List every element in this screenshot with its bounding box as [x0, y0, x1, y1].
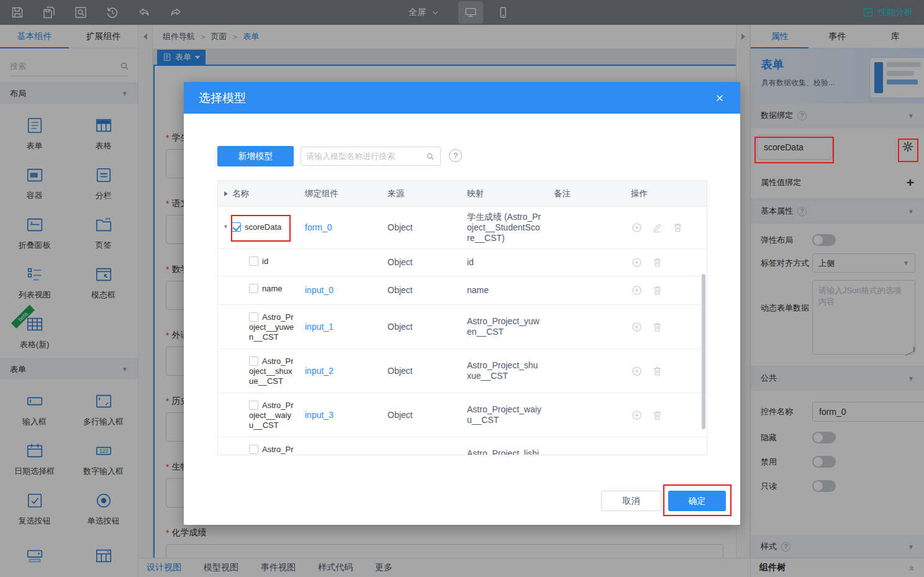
mapping-cell: id [461, 249, 548, 276]
model-name-cell: Astro_Project__waiyu__CST [218, 393, 299, 437]
model-name-cell: name [218, 276, 299, 304]
model-name-cell: Astro_Project__shuxue__CST [218, 349, 299, 393]
component-link[interactable]: input_1 [305, 322, 333, 332]
bound-component-cell: input_0 [299, 276, 381, 304]
trash-icon[interactable] [651, 409, 663, 421]
trash-icon[interactable] [672, 222, 684, 234]
add-model-button[interactable]: 新增模型 [217, 146, 294, 166]
plus-circle-icon[interactable] [631, 257, 643, 268]
plus-circle-icon[interactable] [631, 321, 643, 333]
plus-circle-icon[interactable] [631, 453, 643, 456]
model-table: 名称绑定组件来源映射备注操作 ▼scoreDataform_0Object学生成… [217, 180, 707, 455]
row-actions-cell [625, 207, 707, 248]
search-icon [425, 152, 435, 161]
model-name-text: name [262, 284, 283, 293]
dialog-body: 新增模型 ? 名称绑定组件来源映射备注操作 ▼scoreDataform_0Ob… [184, 114, 740, 525]
model-table-row: Astro_Project__yuwen__CSTinput_1ObjectAs… [218, 305, 707, 349]
source-cell: Object [381, 249, 461, 276]
column-header-label: 名称 [232, 188, 249, 199]
component-link[interactable]: input_2 [305, 366, 333, 376]
source-cell: Object [381, 437, 461, 455]
column-header-label: 来源 [387, 188, 404, 199]
plus-circle-icon[interactable] [631, 409, 643, 421]
source-cell: Object [381, 276, 461, 304]
plus-circle-icon[interactable] [631, 284, 643, 296]
plus-circle-icon[interactable] [631, 222, 643, 234]
mapping-cell: Astro_Project_waiyu__CST [461, 393, 548, 437]
remark-cell [548, 207, 625, 248]
app-screen: 全屏 性能分析 基本组件 扩展组件 布局▼表单表格容器分栏折叠面板页签列表视图模… [0, 0, 924, 577]
plus-circle-icon[interactable] [631, 365, 643, 377]
column-header-映射: 映射 [461, 181, 548, 206]
close-icon[interactable] [714, 93, 725, 104]
column-header-操作: 操作 [625, 181, 707, 206]
model-search-input[interactable] [306, 152, 425, 161]
confirm-button[interactable]: 确定 [668, 491, 726, 511]
column-header-来源: 来源 [381, 181, 461, 206]
model-table-row: Astro_Project__lishi__CSTinput_4ObjectAs… [218, 437, 707, 455]
column-header-label: 绑定组件 [305, 188, 338, 199]
bound-component-cell: input_3 [299, 393, 381, 437]
row-actions-cell [625, 305, 707, 348]
mapping-cell: 学生成绩 (Astro_Project__StudentScore__CST) [461, 207, 548, 248]
trash-icon[interactable] [651, 257, 663, 268]
pencil-icon[interactable] [651, 222, 663, 234]
column-header-备注: 备注 [548, 181, 625, 206]
model-search [301, 147, 441, 166]
model-name-text: id [262, 257, 268, 266]
model-checkbox[interactable] [249, 257, 258, 266]
model-checkbox[interactable] [249, 357, 258, 366]
model-table-header-row: 名称绑定组件来源映射备注操作 [218, 181, 707, 207]
source-cell: Object [381, 393, 461, 437]
component-link[interactable]: input_4 [305, 454, 333, 456]
mapping-cell: Astro_Project_lishi_ [461, 437, 548, 455]
cancel-button[interactable]: 取消 [601, 491, 661, 511]
model-name-text: scoreData [245, 222, 281, 232]
row-actions-cell [625, 437, 707, 455]
column-header-label: 映射 [467, 188, 484, 199]
trash-icon[interactable] [651, 453, 663, 456]
model-name-cell: id [218, 249, 299, 276]
bound-component-cell: input_1 [299, 305, 381, 348]
model-checkbox[interactable] [249, 312, 258, 322]
component-link[interactable]: input_3 [305, 410, 333, 420]
mapping-cell: Astro_Project_yuwen__CST [461, 305, 548, 348]
remark-cell [548, 276, 625, 304]
model-name-cell: Astro_Project__lishi__CST [218, 437, 299, 455]
remark-cell [548, 305, 625, 348]
model-table-row: ▼scoreDataform_0Object学生成绩 (Astro_Projec… [218, 207, 707, 249]
caret-right-icon[interactable] [224, 191, 228, 196]
source-cell: Object [381, 305, 461, 348]
mapping-cell: Astro_Project_shuxue__CST [461, 349, 548, 393]
column-header-名称: 名称 [218, 181, 299, 206]
model-table-body: ▼scoreDataform_0Object学生成绩 (Astro_Projec… [218, 207, 707, 455]
model-checkbox[interactable] [232, 222, 241, 232]
source-cell: Object [381, 349, 461, 393]
model-table-row: idObjectid [218, 249, 707, 276]
row-actions-cell [625, 349, 707, 393]
trash-icon[interactable] [651, 321, 663, 333]
remark-cell [548, 349, 625, 393]
column-header-绑定组件: 绑定组件 [299, 181, 381, 206]
model-table-row: Astro_Project__waiyu__CSTinput_3ObjectAs… [218, 393, 707, 437]
caret-down-icon[interactable]: ▼ [223, 222, 232, 232]
dialog-title: 选择模型 [199, 90, 246, 106]
trash-icon[interactable] [651, 284, 663, 296]
column-header-label: 备注 [554, 188, 571, 199]
row-actions-cell [625, 276, 707, 304]
trash-icon[interactable] [651, 365, 663, 377]
mapping-cell: name [461, 276, 548, 304]
bound-component-cell [299, 249, 381, 276]
bound-component-cell: input_2 [299, 349, 381, 393]
table-scrollbar[interactable] [702, 274, 705, 429]
component-link[interactable]: form_0 [305, 222, 332, 233]
model-table-header: 名称绑定组件来源映射备注操作 [218, 181, 707, 207]
dialog-header: 选择模型 [184, 82, 740, 114]
component-link[interactable]: input_0 [305, 285, 333, 296]
model-checkbox[interactable] [249, 401, 258, 410]
remark-cell [548, 393, 625, 437]
model-checkbox[interactable] [249, 284, 258, 293]
help-icon[interactable]: ? [449, 149, 462, 162]
model-checkbox[interactable] [249, 445, 258, 454]
remark-cell [548, 249, 625, 276]
